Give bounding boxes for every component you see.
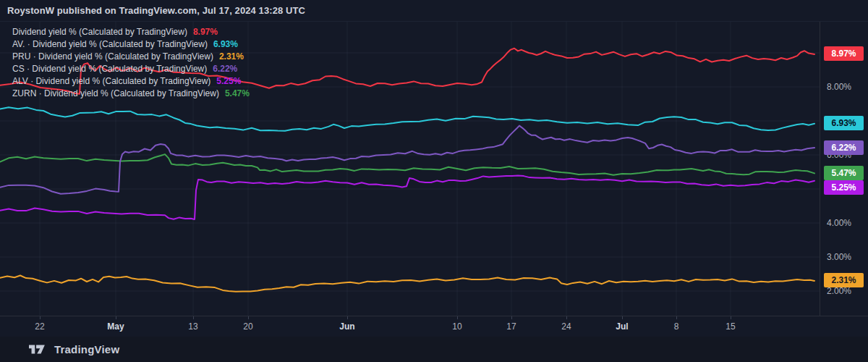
price-label-badge: 6.22% (824, 140, 864, 155)
time-axis[interactable]: 22May1320Jun101724Jul815 (0, 316, 868, 337)
price-label-badge: 5.25% (824, 180, 864, 195)
legend-label: CS · Dividend yield % (Calculated by Tra… (12, 64, 207, 74)
time-axis-tick (731, 316, 731, 319)
series-line-2[interactable] (0, 276, 814, 292)
titlebar: RoystonW published on TradingView.com, J… (0, 0, 868, 22)
legend-label: ZURN · Dividend yield % (Calculated by T… (12, 88, 219, 98)
time-axis-tick (193, 316, 194, 319)
publish-title: RoystonW published on TradingView.com, J… (7, 5, 305, 16)
legend-value: 6.93% (213, 39, 238, 49)
legend-label: Dividend yield % (Calculated by TradingV… (12, 27, 187, 37)
price-axis-label: 4.00% (827, 217, 851, 229)
legend-value: 2.31% (219, 51, 244, 62)
legend-label: PRU · Dividend yield % (Calculated by Tr… (12, 51, 213, 62)
time-axis-label: 20 (226, 321, 270, 332)
legend-value: 5.25% (216, 76, 241, 86)
time-axis-label: 10 (435, 321, 479, 332)
series-line-5[interactable] (0, 154, 814, 175)
tradingview-published-chart: RoystonW published on TradingView.com, J… (0, 0, 868, 362)
legend-row-0[interactable]: Dividend yield % (Calculated by TradingV… (12, 25, 250, 38)
legend-row-1[interactable]: AV. · Dividend yield % (Calculated by Tr… (12, 38, 250, 50)
price-axis[interactable]: 8.00%6.00%4.00%3.00%2.00%8.97%6.93%6.22%… (820, 22, 868, 316)
time-axis-label: Jun (326, 321, 369, 332)
time-axis-tick (676, 316, 677, 319)
chart-region: Dividend yield % (Calculated by TradingV… (0, 22, 868, 337)
time-axis-tick (116, 316, 116, 319)
legend-label: ALV · Dividend yield % (Calculated by Tr… (12, 76, 210, 86)
time-axis-tick (622, 316, 623, 319)
tradingview-logo-icon[interactable] (29, 344, 48, 355)
time-axis-label: 13 (171, 321, 215, 332)
series-line-1[interactable] (0, 107, 814, 130)
legend-row-3[interactable]: CS · Dividend yield % (Calculated by Tra… (12, 62, 250, 75)
legend-row-2[interactable]: PRU · Dividend yield % (Calculated by Tr… (12, 50, 250, 62)
time-axis-label: 24 (545, 321, 588, 332)
time-axis-tick (566, 316, 567, 319)
price-axis-label: 3.00% (827, 251, 851, 263)
legend-label: AV. · Dividend yield % (Calculated by Tr… (12, 39, 208, 49)
footer: TradingView (0, 337, 868, 362)
time-axis-label: Jul (600, 321, 644, 332)
legend-value: 8.97% (193, 27, 218, 37)
legend-value: 5.47% (225, 88, 250, 98)
time-axis-tick (457, 316, 458, 319)
legend-row-5[interactable]: ZURN · Dividend yield % (Calculated by T… (12, 87, 250, 99)
price-label-badge: 5.47% (824, 166, 864, 180)
time-axis-tick (511, 316, 512, 319)
legend-row-4[interactable]: ALV · Dividend yield % (Calculated by Tr… (12, 75, 250, 87)
legend-value: 6.22% (213, 64, 237, 74)
time-axis-tick (248, 316, 249, 319)
series-line-4[interactable] (0, 175, 814, 219)
legend: Dividend yield % (Calculated by TradingV… (12, 25, 250, 99)
time-axis-label: 22 (18, 321, 61, 332)
time-axis-tick (40, 316, 41, 319)
time-axis-label: May (94, 321, 137, 332)
time-axis-label: 8 (655, 321, 698, 332)
time-axis-label: 15 (709, 321, 752, 332)
price-label-badge: 8.97% (824, 46, 864, 61)
time-axis-tick (347, 316, 348, 319)
tradingview-brand[interactable]: TradingView (54, 343, 119, 355)
price-axis-label: 8.00% (827, 81, 851, 93)
price-label-badge: 2.31% (824, 273, 864, 287)
price-label-badge: 6.93% (824, 116, 864, 130)
time-axis-label: 17 (490, 321, 533, 332)
